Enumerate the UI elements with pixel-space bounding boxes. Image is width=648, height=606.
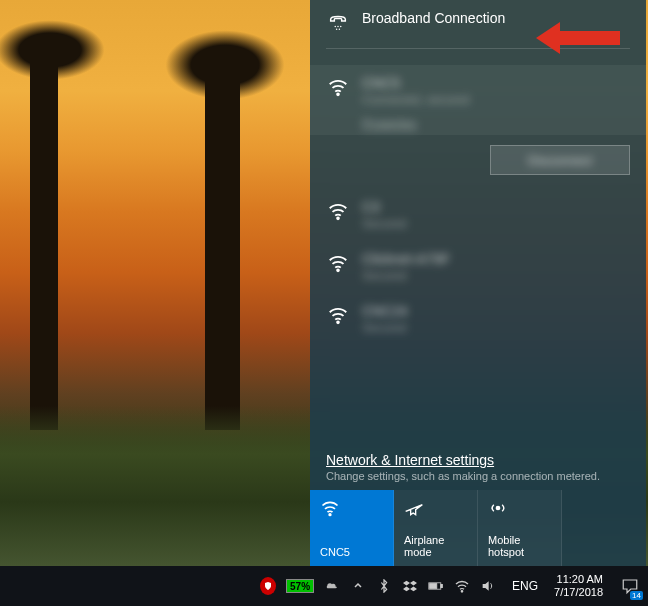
date: 7/17/2018: [554, 586, 603, 599]
airplane-tile-label: Airplane mode: [404, 534, 467, 558]
svg-point-3: [336, 29, 337, 30]
volume-icon[interactable]: [480, 578, 496, 594]
action-center-icon[interactable]: 14: [613, 566, 647, 606]
svg-point-4: [339, 29, 340, 30]
battery-icon[interactable]: [428, 578, 444, 594]
wifi-tile-label: CNC5: [320, 546, 383, 558]
connected-network-status: Connected, secured: [362, 93, 630, 107]
disconnect-row: Disconnect: [310, 135, 646, 189]
svg-point-14: [461, 591, 462, 592]
svg-point-6: [337, 217, 339, 219]
svg-point-10: [496, 506, 499, 509]
airplane-tile[interactable]: Airplane mode: [394, 490, 478, 566]
network-flyout: Broadband Connection CNC5 Connected, sec…: [310, 0, 646, 566]
connected-network-name: CNC5: [362, 75, 630, 91]
network-item[interactable]: C3 Secured: [310, 189, 646, 241]
language-indicator[interactable]: ENG: [506, 579, 544, 593]
security-shield-icon[interactable]: [260, 578, 276, 594]
svg-rect-13: [430, 584, 437, 589]
battery-indicator[interactable]: 57%: [286, 579, 314, 593]
network-name: CNC24: [362, 303, 630, 319]
network-name: Clicknet-A79F: [362, 251, 630, 267]
svg-point-9: [329, 514, 331, 516]
wifi-icon: [326, 75, 350, 99]
svg-point-5: [337, 93, 339, 95]
disconnect-button[interactable]: Disconnect: [490, 145, 630, 175]
svg-point-7: [337, 269, 339, 271]
hotspot-icon: [488, 498, 551, 518]
time: 11:20 AM: [554, 573, 603, 586]
hotspot-tile-label: Mobile hotspot: [488, 534, 551, 558]
wifi-tile[interactable]: CNC5: [310, 490, 394, 566]
svg-point-1: [337, 26, 338, 27]
network-status: Secured: [362, 217, 630, 231]
svg-point-2: [340, 26, 341, 27]
wifi-icon: [320, 498, 383, 518]
wifi-icon: [326, 251, 350, 275]
network-status: Secured: [362, 269, 630, 283]
network-settings-sub: Change settings, such as making a connec…: [310, 470, 646, 490]
clock[interactable]: 11:20 AM 7/17/2018: [546, 573, 611, 599]
airplane-icon: [404, 498, 467, 518]
hotspot-tile[interactable]: Mobile hotspot: [478, 490, 562, 566]
properties-link[interactable]: Properties: [362, 117, 630, 131]
network-name: C3: [362, 199, 630, 215]
svg-point-0: [335, 26, 336, 27]
wifi-tray-icon[interactable]: [454, 578, 470, 594]
wifi-icon: [326, 199, 350, 223]
connected-network-item[interactable]: CNC5 Connected, secured Properties: [310, 65, 646, 135]
wifi-icon: [326, 303, 350, 327]
quick-tiles: CNC5 Airplane mode Mobile hotspot: [310, 490, 646, 566]
taskbar: 57% ENG 11:20 AM 7/17/2018 14: [0, 566, 648, 606]
onedrive-icon[interactable]: [324, 578, 340, 594]
svg-point-8: [337, 321, 339, 323]
svg-rect-12: [441, 584, 443, 587]
dialup-icon: [326, 10, 350, 34]
annotation-arrow: [536, 22, 620, 54]
bluetooth-icon[interactable]: [376, 578, 392, 594]
notification-badge: 14: [630, 591, 643, 600]
dropbox-icon[interactable]: [402, 578, 418, 594]
network-item[interactable]: Clicknet-A79F Secured: [310, 241, 646, 293]
network-item[interactable]: CNC24 Secured: [310, 293, 646, 345]
system-tray: 57%: [252, 578, 504, 594]
network-status: Secured: [362, 321, 630, 335]
tray-chevron-icon[interactable]: [350, 578, 366, 594]
network-settings-link[interactable]: Network & Internet settings: [310, 448, 646, 470]
